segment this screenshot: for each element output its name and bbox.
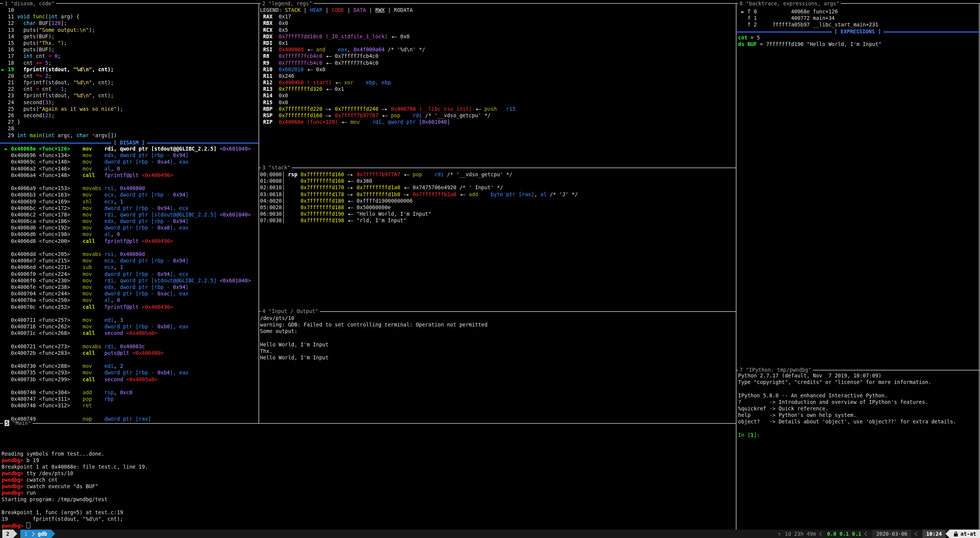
lock-icon xyxy=(954,531,958,537)
load-average: 0.0 0.1 0.1 xyxy=(827,531,861,537)
terminal-cursor xyxy=(26,522,30,528)
main-pane-border[interactable] xyxy=(0,423,736,424)
chevron-left-icon xyxy=(914,531,919,536)
stack-pane-border[interactable] xyxy=(258,167,736,168)
pane-label-io: 4 "Input / Output" xyxy=(261,308,320,315)
pane-border-rightedge xyxy=(979,3,980,530)
tmux-terminal: 1 "disasm, code" 2 "legend, regs" 6 "bac… xyxy=(0,0,980,538)
powerline-arrow-icon xyxy=(51,530,55,538)
pane-label-disasm: 1 "disasm, code" xyxy=(3,0,56,7)
program-output: /dev/pts/10warning: GDB: Failed to set c… xyxy=(260,315,735,361)
uptime-text: 1d 23h 49m xyxy=(785,531,816,537)
powerline-arrow-icon xyxy=(945,530,950,538)
io-pane-border[interactable] xyxy=(258,311,736,312)
stack-listing: 00:0000│ rsp 0x7fffffffd160 —▸ 0x7ffff7b… xyxy=(260,171,735,224)
pane-divider-left[interactable] xyxy=(258,3,259,424)
status-clock: 10:24 xyxy=(922,530,946,538)
session-tab[interactable]: 2 xyxy=(2,530,13,538)
expressions-section-header: [ EXPRESSIONS ] xyxy=(832,28,883,35)
window-tab-gdb[interactable]: 1 gdb xyxy=(20,530,51,538)
pane-label-regs: 2 "legend, regs" xyxy=(261,0,314,7)
hostname-segment: at-at xyxy=(950,530,980,538)
registers-listing: LEGEND: STACK | HEAP | CODE | DATA | RWX… xyxy=(260,7,735,125)
pane-label-backtrace: 6 "backtrace, expressions, args" xyxy=(738,0,841,7)
disassembly-listing: ► 0x40068e <func+126> mov rdi, qword ptr… xyxy=(2,146,257,422)
pane-label-stack: 3 "stack" xyxy=(261,164,292,171)
disasm-section-header: [ DISASM ] xyxy=(111,139,147,146)
chevron-left-icon xyxy=(865,531,870,536)
source-code-listing: 10 11 void func(int arg) { 12 char BUF[1… xyxy=(2,7,257,139)
chevron-right-icon xyxy=(30,531,35,536)
powerline-arrow-icon xyxy=(13,530,17,538)
expressions-listing: cnt = 5ds BUF = 7fffffffd190 "Hello Worl… xyxy=(738,34,978,48)
gdb-console[interactable]: Reading symbols from test...done.pwndbg>… xyxy=(2,425,734,529)
uptime-arrow-icon: ↑ xyxy=(778,531,781,537)
chevron-left-icon xyxy=(819,531,824,536)
tmux-status-bar: 2 1 gdb ↑ 1d 23h 49m 0.0 0.1 0.1 2020-03… xyxy=(0,530,980,538)
pane-divider-right[interactable] xyxy=(736,3,737,530)
backtrace-listing: ► f 0 40068e func+126 f 1 400772 main+34… xyxy=(738,8,978,28)
ipython-console[interactable]: Python 2.7.17 (default, Nov 7 2019, 10:0… xyxy=(738,372,978,438)
status-date: 2020-03-06 xyxy=(872,530,911,538)
